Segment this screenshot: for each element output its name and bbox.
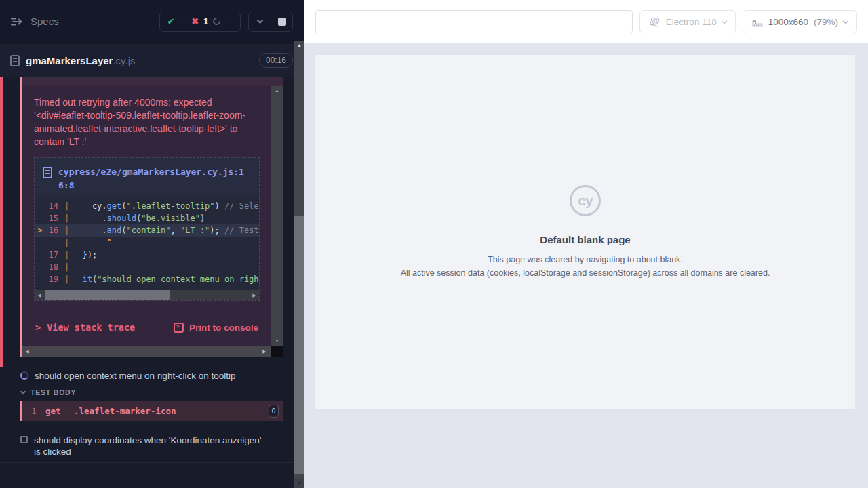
browser-name: Electron 118: [666, 17, 717, 27]
spec-file-row[interactable]: gmaMarkersLayer.cy.js 00:16: [0, 44, 304, 77]
code-file-icon: [43, 167, 52, 178]
scrollbar-corner: [271, 346, 283, 357]
code-line: 14| cy.get(".leaflet-tooltip") // Sele: [35, 200, 259, 212]
command-message: .leaflet-marker-icon: [74, 406, 269, 416]
blank-page-line1: This page was cleared by navigating to a…: [488, 253, 683, 266]
scrollbar-thumb[interactable]: [294, 216, 304, 474]
viewport-size-button[interactable]: 1000x660 (79%): [743, 10, 857, 33]
runner-main-area: Electron 118 1000x660 (79%) cy Default b…: [304, 0, 868, 488]
command-count-badge: 0: [269, 405, 279, 418]
electron-icon: [649, 16, 660, 28]
chevron-down-icon: [20, 388, 26, 394]
runner-controls: [248, 12, 293, 32]
url-input[interactable]: [315, 10, 633, 33]
scroll-right-arrow-icon[interactable]: ▶: [250, 290, 259, 300]
failed-test-indicator-bar: [0, 77, 3, 367]
test-item-pending[interactable]: should display coordinates when 'Koordin…: [20, 434, 268, 458]
code-line: 18|: [35, 261, 259, 273]
specs-title: Specs: [31, 16, 59, 27]
pending-spinner-icon: [212, 16, 222, 27]
assertion-error-message: Timed out retrying after 4000ms: expecte…: [34, 96, 260, 148]
test-stats: ✔ -- ✖ 1 --: [159, 12, 241, 32]
error-code-frame: cypress/e2e/gmaMarkersLayer.cy.js:16:8 1…: [34, 157, 260, 301]
cypress-reporter: Specs ✔ -- ✖ 1 -- gmaMarkersLayer.cy.js …: [0, 0, 304, 488]
spec-file-icon: [10, 55, 20, 66]
viewport-zoom: (79%): [814, 17, 838, 27]
aut-url-toolbar: Electron 118 1000x660 (79%): [304, 0, 868, 43]
reporter-header: Specs ✔ -- ✖ 1 --: [0, 0, 304, 43]
test-pending-icon: [20, 436, 28, 443]
ruler-icon: [752, 17, 763, 27]
command-method: get: [45, 406, 74, 416]
divider: [0, 462, 294, 463]
failed-x-icon: ✖: [191, 16, 199, 26]
command-number: 1: [22, 407, 45, 416]
cypress-logo: cy: [570, 185, 601, 216]
test-error-panel: Timed out retrying after 4000ms: expecte…: [20, 77, 283, 357]
code-line: 15| .should("be.visible"): [35, 212, 259, 224]
pending-count: --: [225, 16, 233, 26]
reporter-scrollbar[interactable]: ▲ ▼: [294, 41, 304, 488]
scroll-left-arrow-icon[interactable]: ◀: [22, 346, 32, 357]
scroll-up-arrow-icon[interactable]: ▲: [294, 41, 304, 50]
error-h-scrollbar[interactable]: ◀ ▶: [22, 346, 271, 357]
view-stack-trace-link[interactable]: > View stack trace: [35, 322, 135, 333]
chevron-down-icon: [843, 18, 848, 23]
code-line: 19| it("should open context menu on righ: [35, 273, 259, 285]
code-h-scrollbar[interactable]: ◀ ▶: [35, 290, 259, 300]
chevron-right-icon: >: [35, 322, 41, 333]
scroll-down-arrow-icon[interactable]: ▼: [275, 336, 279, 346]
error-panel-top-strip: [22, 77, 283, 86]
specs-list-toggle-icon[interactable]: [10, 16, 24, 27]
scroll-left-arrow-icon[interactable]: ◀: [35, 290, 44, 300]
test-body-label: TEST BODY: [31, 388, 76, 396]
scroll-down-arrow-icon[interactable]: ▼: [294, 478, 304, 488]
spec-file-name: gmaMarkersLayer.cy.js: [26, 55, 259, 66]
stop-run-button[interactable]: [271, 12, 292, 31]
scrollbar-thumb[interactable]: [45, 290, 170, 300]
error-code-location-link[interactable]: cypress/e2e/gmaMarkersLayer.cy.js:16:8: [58, 165, 251, 192]
code-line: | ^: [35, 237, 259, 249]
stop-icon: [278, 18, 286, 26]
spec-timer-badge: 00:16: [259, 53, 293, 68]
aut-iframe: cy Default blank page This page was clea…: [315, 55, 855, 409]
failed-count: 1: [203, 16, 208, 26]
error-v-scrollbar[interactable]: ▲ ▼: [271, 86, 283, 346]
test-item-running[interactable]: should open context menu on right-click …: [20, 370, 272, 382]
viewport-size: 1000x660: [768, 17, 808, 27]
passed-count: --: [180, 16, 187, 26]
chevron-down-icon: [721, 18, 726, 23]
test-title: should display coordinates when 'Koordin…: [34, 434, 268, 458]
code-line: 17| });: [35, 249, 259, 261]
passed-check-icon: ✔: [167, 16, 175, 26]
print-to-console-link[interactable]: Print to console: [174, 323, 258, 333]
blank-page-line2: All active session data (cookies, localS…: [401, 266, 770, 280]
test-body-section-header[interactable]: TEST BODY: [21, 388, 76, 396]
test-title: should open context menu on right-click …: [35, 370, 272, 382]
test-running-spinner-icon: [20, 371, 28, 380]
console-icon: [174, 323, 184, 333]
collapse-all-button[interactable]: [249, 12, 271, 31]
code-line: >16| .and("contain", "LT :"); // Test: [35, 224, 259, 237]
command-log-entry[interactable]: 1 get .leaflet-marker-icon 0: [20, 401, 283, 421]
browser-selector-button[interactable]: Electron 118: [639, 10, 736, 33]
scroll-up-arrow-icon[interactable]: ▲: [275, 86, 279, 96]
code-lines: 14| cy.get(".leaflet-tooltip") // Sele15…: [35, 195, 259, 287]
blank-page-title: Default blank page: [540, 234, 630, 245]
scroll-right-arrow-icon[interactable]: ▶: [260, 346, 269, 357]
chevron-down-icon: [256, 17, 263, 24]
